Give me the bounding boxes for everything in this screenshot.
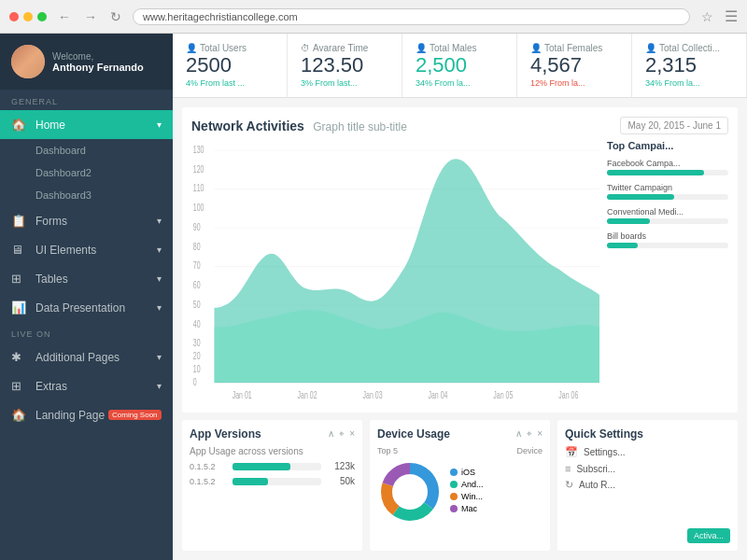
sidebar-item-additional-pages[interactable]: ✱ Additional Pages ▾ xyxy=(0,343,173,371)
stat-value-males: 2,500 xyxy=(416,53,503,77)
campaigns-title: Top Campai... xyxy=(607,140,728,151)
males-icon: 👤 xyxy=(416,43,427,53)
legend-ios: iOS xyxy=(450,468,484,477)
svg-text:100: 100 xyxy=(193,203,204,214)
forward-button[interactable]: → xyxy=(80,7,101,26)
additional-label: Additional Pages xyxy=(35,351,120,364)
donut-svg xyxy=(377,459,443,525)
version-bar-2 xyxy=(233,478,268,485)
stat-total-females: 👤 Total Females 4,567 12% From la... xyxy=(517,34,632,97)
sidebar-item-dashboard[interactable]: Dashboard xyxy=(0,139,173,161)
minimize-dot[interactable] xyxy=(23,12,33,21)
settings-icon[interactable]: ⌖ xyxy=(339,428,345,440)
stat-value-collection: 2,315 xyxy=(645,53,733,77)
forms-icon: 📋 xyxy=(11,214,28,228)
main-content: 👤 Total Users 2500 4% From last ... ⏱ Av… xyxy=(173,34,747,560)
campaign-name-facebook: Facebook Campa... xyxy=(607,159,728,168)
svg-text:120: 120 xyxy=(193,163,204,175)
sidebar-item-forms[interactable]: 📋 Forms ▾ xyxy=(0,206,173,235)
windows-label: Win... xyxy=(461,492,483,501)
svg-text:130: 130 xyxy=(193,145,204,156)
app-versions-header: App Versions ∧ ⌖ × xyxy=(190,427,355,441)
expand-icon[interactable]: ∧ xyxy=(328,428,334,440)
sidebar-item-data-presentation[interactable]: 📊 Data Presentation ▾ xyxy=(0,293,173,322)
stat-total-collection: 👤 Total Collecti... 2,315 34% From la... xyxy=(632,34,747,97)
chart-subtitle: Graph title sub-title xyxy=(313,120,407,133)
device-content: iOS And... Win... xyxy=(377,459,543,525)
browser-chrome: ← → ↻ www.heritagechristiancollege.com ☆… xyxy=(0,0,747,34)
address-bar[interactable]: www.heritagechristiancollege.com xyxy=(133,8,690,25)
svg-point-31 xyxy=(393,475,427,509)
version-value-2: 50k xyxy=(327,476,355,486)
sidebar-item-landing[interactable]: 🏠 Landing Page Coming Soon xyxy=(0,400,173,429)
svg-text:Jan 05: Jan 05 xyxy=(493,389,513,399)
version-item-1: 0.1.5.2 123k xyxy=(190,461,355,471)
sidebar-item-dashboard2[interactable]: Dashboard2 xyxy=(0,161,173,184)
user-name: Anthony Fernando xyxy=(52,62,144,73)
app-usage-subtitle: App Usage across versions xyxy=(190,446,355,456)
sidebar-item-ui-elements[interactable]: 🖥 UI Elements ▾ xyxy=(0,235,173,264)
sidebar-item-home[interactable]: 🏠 Home ▾ xyxy=(0,110,173,139)
stat-label-collection: 👤 Total Collecti... xyxy=(645,43,733,53)
tables-arrow: ▾ xyxy=(157,273,162,284)
browser-nav: ← → ↻ xyxy=(54,7,125,26)
sidebar: Welcome, Anthony Fernando GENERAL 🏠 Home… xyxy=(0,34,173,560)
svg-text:90: 90 xyxy=(193,222,201,233)
maximize-dot[interactable] xyxy=(37,12,47,21)
close-dot[interactable] xyxy=(9,12,19,21)
version-item-2: 0.1.5.2 50k xyxy=(190,476,355,486)
svg-text:40: 40 xyxy=(193,318,201,329)
tables-label: Tables xyxy=(35,273,68,286)
svg-text:Jan 03: Jan 03 xyxy=(363,389,383,399)
settings-icon-device[interactable]: ⌖ xyxy=(527,428,532,440)
tables-icon: ⊞ xyxy=(11,272,28,286)
svg-text:80: 80 xyxy=(193,241,201,252)
sidebar-item-dashboard3[interactable]: Dashboard3 xyxy=(0,184,173,206)
sidebar-header: Welcome, Anthony Fernando xyxy=(0,34,173,90)
device-usage-header: Device Usage ∧ ⌖ × xyxy=(377,427,543,441)
settings-item-2[interactable]: ≡ Subscri... xyxy=(565,463,730,474)
app-container: Welcome, Anthony Fernando GENERAL 🏠 Home… xyxy=(0,34,747,560)
back-button[interactable]: ← xyxy=(54,7,75,26)
stat-value-users: 2500 xyxy=(186,53,274,77)
app-versions-panel: App Versions ∧ ⌖ × App Usage across vers… xyxy=(182,420,362,551)
close-icon[interactable]: × xyxy=(349,428,355,440)
legend-android: And... xyxy=(450,480,484,489)
chart-area: 130 120 110 100 90 80 70 60 50 40 30 20 xyxy=(191,140,728,399)
star-button[interactable]: ☆ xyxy=(698,7,717,26)
home-arrow: ▾ xyxy=(157,119,162,130)
landing-label: Landing Page xyxy=(35,409,105,422)
stat-change-users: 4% From last ... xyxy=(186,78,274,88)
campaign-item-facebook: Facebook Campa... xyxy=(607,159,728,175)
expand-icon-device[interactable]: ∧ xyxy=(515,428,522,440)
sidebar-item-extras[interactable]: ⊞ Extras ▾ xyxy=(0,371,173,400)
svg-text:50: 50 xyxy=(193,300,201,311)
campaign-name-twitter: Twitter Campaign xyxy=(607,183,728,192)
stat-change-time: 3% From last... xyxy=(301,78,388,88)
extras-label: Extras xyxy=(35,380,67,393)
additional-arrow: ▾ xyxy=(157,352,162,362)
close-icon-device[interactable]: × xyxy=(537,428,543,440)
svg-text:70: 70 xyxy=(193,260,201,272)
home-icon: 🏠 xyxy=(11,118,28,132)
campaign-item-twitter: Twitter Campaign xyxy=(607,183,728,200)
settings-item-3[interactable]: ↻ Auto R... xyxy=(565,479,730,491)
svg-text:Jan 02: Jan 02 xyxy=(298,389,317,399)
campaign-bar-conventional xyxy=(607,218,650,224)
menu-button[interactable]: ☰ xyxy=(725,7,738,25)
stat-label-time: ⏱ Avarare Time xyxy=(301,43,388,53)
refresh-button[interactable]: ↻ xyxy=(106,7,125,26)
females-icon: 👤 xyxy=(530,43,542,53)
data-arrow: ▾ xyxy=(157,302,162,313)
date-range[interactable]: May 20, 2015 - June 1 xyxy=(620,117,728,134)
settings-item-1[interactable]: 📅 Settings... xyxy=(565,446,730,458)
network-chart-section: Network Activities Graph title sub-title… xyxy=(182,107,738,413)
stat-change-collection: 34% From la... xyxy=(645,78,733,88)
active-badge: Activa... xyxy=(687,528,730,543)
version-bar-1 xyxy=(233,463,290,470)
ios-dot xyxy=(450,469,458,476)
sidebar-item-tables[interactable]: ⊞ Tables ▾ xyxy=(0,264,173,293)
stat-total-users: 👤 Total Users 2500 4% From last ... xyxy=(173,34,288,97)
live-on-section-label: LIVE ON xyxy=(0,322,173,343)
svg-text:Jan 04: Jan 04 xyxy=(428,389,447,399)
